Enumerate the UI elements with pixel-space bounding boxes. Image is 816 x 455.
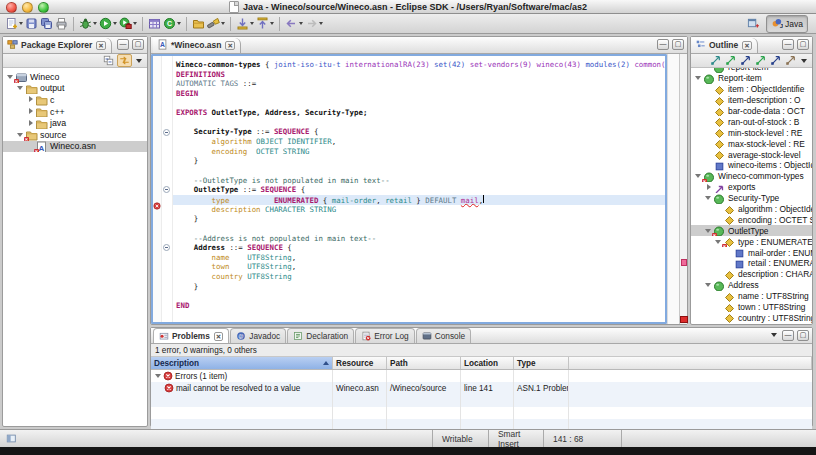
tree-item[interactable]: ✕OutletType: [691, 225, 812, 236]
problems-group-row[interactable]: Errors (1 item): [151, 370, 812, 382]
link-with-editor-button[interactable]: [117, 54, 132, 67]
overview-ruler[interactable]: [679, 54, 687, 324]
code-area[interactable]: Wineco-common-types { joint-iso-itu-t in…: [173, 56, 665, 322]
code-line[interactable]: --OutletType is not populated in main te…: [176, 176, 665, 186]
last-edit-location-button[interactable]: [235, 14, 255, 33]
save-all-button[interactable]: [39, 14, 54, 33]
code-line[interactable]: Wineco-common-types { joint-iso-itu-t in…: [176, 60, 665, 70]
code-line[interactable]: END: [176, 301, 665, 311]
collapse-all-button[interactable]: [102, 55, 115, 66]
tree-item[interactable]: ran-out-of-stock : B: [691, 116, 812, 127]
code-line[interactable]: Security-Type ::= SEQUENCE {: [176, 127, 665, 137]
tab-declaration[interactable]: Declaration: [287, 328, 354, 343]
tab-outline[interactable]: Outline ✕: [691, 38, 758, 53]
close-icon[interactable]: ✕: [214, 332, 223, 341]
column-header-description[interactable]: Description: [151, 357, 333, 369]
code-line[interactable]: --Address is not populated in main text-…: [176, 234, 665, 244]
minimize-window-button[interactable]: [22, 2, 33, 13]
dropdown-arrow-icon[interactable]: [221, 22, 225, 25]
debug-button[interactable]: [78, 14, 98, 33]
tree-item[interactable]: mail-order : ENUM: [691, 247, 812, 258]
print-button[interactable]: [54, 14, 69, 33]
code-line[interactable]: BEGIN: [176, 89, 665, 99]
folding-gutter[interactable]: [162, 56, 173, 322]
minimize-view-button[interactable]: —: [782, 330, 794, 341]
hide-imports-icon[interactable]: [769, 55, 782, 66]
tree-item[interactable]: town : UTF8String: [691, 302, 812, 313]
empty-row[interactable]: [151, 407, 812, 419]
open-element-button[interactable]: [191, 14, 206, 33]
tab-wineco-asn[interactable]: A *Wineco.asn ✕: [153, 38, 241, 53]
tree-item[interactable]: retail : ENUMERAT: [691, 258, 812, 269]
dropdown-arrow-icon[interactable]: [93, 22, 97, 25]
dropdown-arrow-icon[interactable]: [177, 22, 181, 25]
code-line[interactable]: AUTOMATIC TAGS ::=: [176, 79, 665, 89]
code-line[interactable]: [176, 99, 665, 109]
forward-button[interactable]: [304, 14, 324, 33]
maximize-view-button[interactable]: ▢: [132, 39, 144, 50]
minimize-view-button[interactable]: —: [782, 39, 794, 50]
tree-item[interactable]: name : UTF8String: [691, 291, 812, 302]
back-button[interactable]: [284, 14, 304, 33]
tree-item[interactable]: exports: [691, 182, 812, 193]
dropdown-arrow-icon[interactable]: [133, 22, 137, 25]
tab-javadoc[interactable]: @Javadoc: [230, 328, 286, 343]
view-menu-icon[interactable]: [801, 59, 807, 63]
hide-values-icon[interactable]: [754, 55, 767, 66]
tree-item[interactable]: java: [3, 117, 147, 129]
java-perspective-button[interactable]: J Java: [766, 15, 808, 33]
tree-item[interactable]: average-stock-level: [691, 149, 812, 160]
code-line[interactable]: }: [176, 214, 665, 224]
dropdown-arrow-icon[interactable]: [299, 22, 303, 25]
code-line[interactable]: [176, 291, 665, 301]
code-line[interactable]: DEFINITIONS: [176, 70, 665, 80]
tree-item[interactable]: ✕type : ENUMERATED: [691, 236, 812, 247]
tree-item[interactable]: output: [3, 83, 147, 95]
code-line[interactable]: OutletType ::= SEQUENCE {: [176, 185, 665, 195]
tree-item[interactable]: item : ObjectIdentifie: [691, 84, 812, 95]
save-button[interactable]: [24, 14, 39, 33]
zoom-window-button[interactable]: [38, 2, 49, 13]
dropdown-arrow-icon[interactable]: [319, 22, 323, 25]
tree-item[interactable]: ✕Wineco-common-types: [691, 171, 812, 182]
dropdown-arrow-icon[interactable]: [250, 22, 254, 25]
hide-fields-icon[interactable]: [724, 55, 737, 66]
new-button[interactable]: [4, 14, 24, 33]
column-header-location[interactable]: Location: [461, 357, 514, 369]
close-icon[interactable]: ✕: [225, 41, 234, 50]
tree-item[interactable]: description : CHARA: [691, 269, 812, 280]
search-button[interactable]: [206, 14, 226, 33]
code-line[interactable]: }: [176, 156, 665, 166]
tree-item[interactable]: c++: [3, 106, 147, 118]
error-marker-icon[interactable]: [153, 196, 161, 204]
code-line[interactable]: algorithm OBJECT IDENTIFIER,: [176, 137, 665, 147]
hide-exports-icon[interactable]: [784, 55, 797, 66]
column-header-resource[interactable]: Resource: [333, 357, 387, 369]
maximize-view-button[interactable]: ▢: [797, 330, 809, 341]
dropdown-arrow-icon[interactable]: [270, 22, 274, 25]
fold-collapse-icon[interactable]: [163, 129, 170, 136]
tab-console[interactable]: Console: [416, 328, 471, 343]
tree-item[interactable]: max-stock-level : RE: [691, 138, 812, 149]
minimize-editor-button[interactable]: —: [657, 39, 669, 50]
problems-error-row[interactable]: mail cannot be resolved to a valueWineco…: [151, 382, 812, 394]
code-line[interactable]: encoding OCTET STRING: [176, 147, 665, 157]
tree-item[interactable]: country : UTF8String: [691, 312, 812, 323]
view-menu-icon[interactable]: [136, 59, 142, 63]
dropdown-arrow-icon[interactable]: [19, 22, 23, 25]
tree-item[interactable]: Report-item: [691, 73, 812, 84]
tree-item[interactable]: Address: [691, 280, 812, 291]
code-line[interactable]: name UTF8String,: [176, 253, 665, 263]
code-line[interactable]: type ENUMERATED { mail-order, retail } D…: [173, 195, 665, 205]
text-editor[interactable]: Wineco-common-types { joint-iso-itu-t in…: [151, 54, 667, 324]
error-marker[interactable]: [681, 259, 687, 266]
code-line[interactable]: [176, 224, 665, 234]
code-line[interactable]: EXPORTS OutletType, Address, Security-Ty…: [176, 108, 665, 118]
close-icon[interactable]: ✕: [96, 41, 105, 50]
code-line[interactable]: }: [176, 282, 665, 292]
maximize-editor-button[interactable]: ▢: [672, 39, 684, 50]
close-icon[interactable]: ✕: [742, 41, 751, 50]
tree-item[interactable]: ✕source: [3, 129, 147, 141]
tree-item[interactable]: c: [3, 94, 147, 106]
tab-package-explorer[interactable]: Package Explorer ✕: [3, 38, 112, 53]
